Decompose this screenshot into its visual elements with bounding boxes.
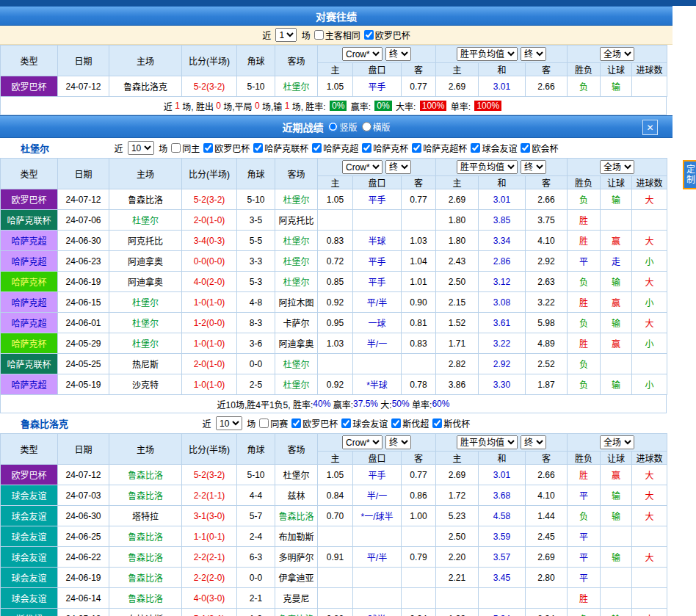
section1-results-table: 类型日期主场比分(半场)角球客场Crow*终胜平负均值终全场主盘口客主和客胜负让… [0, 433, 667, 616]
handicap-cell: 半/一 [353, 333, 402, 354]
avg-away-cell: 4.10 [526, 485, 568, 506]
section0-match-row-4: 哈萨克杯24-06-19阿迪拿奥4-0(2-0)5-3杜堡尔0.85平手1.01… [1, 272, 667, 292]
section0-title-row: 杜堡尔近 10 场同主欧罗巴杯哈萨克联杯哈萨克超哈萨克杯哈萨克超杯球会友谊欧会杯 [0, 138, 673, 158]
goals-result-cell [632, 76, 667, 97]
section1-odds-stage-select[interactable]: 终 [385, 435, 411, 449]
section1-col-header-3: 比分(半场) [182, 434, 237, 465]
handicap-result-cell: 输 [601, 374, 632, 395]
handicap-result-cell: 赢 [601, 333, 632, 354]
section0-league-label-3: 哈萨克杯 [373, 142, 408, 154]
section0-league-checkbox-2[interactable] [312, 143, 322, 153]
avg-home-cell: 2.20 [436, 547, 479, 568]
corner-cell: 5-10 [237, 76, 275, 97]
h2h-scope-select[interactable]: 全场 [600, 47, 634, 61]
home-odds-cell: 0.82 [318, 609, 353, 616]
section1-league-label-3: 斯伐杯 [443, 417, 470, 430]
avg-away-cell: 2.66 [526, 465, 568, 485]
avg-home-cell: 1.80 [436, 210, 479, 231]
section0-result-sub-header-0: 胜负 [568, 176, 601, 189]
h2h-same-venue-checkbox[interactable] [314, 30, 324, 40]
section0-odds-stage-select[interactable]: 终 [385, 160, 411, 174]
h2h-odds-sub-header-0: 主 [318, 63, 353, 76]
score-cell: 2-0(1-0) [182, 354, 237, 374]
score-cell: 4-0(2-0) [182, 272, 237, 292]
h2h-summary-row: 近 1 场, 胜出 0 场,平局 0 场,输 1 场, 胜率: 0% 赢率: 0… [0, 97, 667, 115]
section1-bookmaker-select[interactable]: Crow* [342, 435, 383, 449]
home-odds-cell: 0.83 [318, 231, 353, 251]
away-team-cell: 布加勒斯 [275, 526, 318, 547]
section0-bookmaker-select[interactable]: Crow* [342, 160, 383, 174]
h2h-match-count-select[interactable]: 1 [275, 28, 297, 42]
section1-league-checkbox-2[interactable] [391, 418, 401, 428]
section1-league-checkbox-0[interactable] [291, 418, 301, 428]
league-type-cell: 球会友谊 [1, 506, 58, 526]
match-date-cell: 24-05-25 [58, 354, 109, 374]
home-odds-cell: 0.91 [318, 547, 353, 568]
corner-cell: 6-3 [237, 547, 275, 568]
h2h-league-checkbox-0[interactable] [364, 30, 374, 40]
section1-match-count-select[interactable]: 10 [216, 416, 242, 430]
section0-match-count-select[interactable]: 10 [128, 141, 154, 155]
section1-result-sub-header-2: 进球数 [632, 452, 667, 465]
goals-result-cell: 大 [632, 506, 667, 526]
section0-league-checkbox-0[interactable] [203, 143, 213, 153]
section1-avg-stage-select[interactable]: 终 [521, 435, 546, 449]
section1-bookmaker-dropdown-cell: Crow*终 [318, 434, 436, 452]
summary-segment: 场,输 [260, 100, 285, 112]
section1-league-checkbox-3[interactable] [432, 418, 442, 428]
section0-league-checkbox-3[interactable] [362, 143, 371, 153]
avg-draw-cell: 3.59 [479, 526, 526, 547]
corner-cell: 3-5 [237, 210, 275, 231]
section1-scope-select[interactable]: 全场 [600, 435, 634, 449]
home-team-cell: 塔特拉 [109, 506, 182, 526]
close-icon[interactable]: ✕ [642, 120, 658, 135]
section0-avg-odds-select[interactable]: 胜平负均值 [457, 160, 518, 174]
section0-league-label-2: 哈萨克超 [323, 142, 358, 154]
avg-draw-cell: 3.85 [479, 210, 526, 231]
score-cell: 2-2(2-0) [182, 568, 237, 588]
score-cell: 2-2(2-1) [182, 547, 237, 568]
result-cell: 胜 [568, 588, 601, 609]
handicap-cell: 平手 [353, 189, 402, 210]
avg-away-cell: 3.22 [526, 292, 568, 313]
section1-team-title: 鲁森比洛克 [21, 416, 68, 430]
section0-league-checkbox-5[interactable] [471, 143, 480, 153]
section1-same-venue-checkbox[interactable] [259, 418, 269, 428]
section0-same-venue-checkbox[interactable] [171, 143, 181, 153]
section1-avg-odds-select[interactable]: 胜平负均值 [457, 435, 518, 449]
section0-scope-select[interactable]: 全场 [600, 160, 634, 174]
section0-match-row-8: 哈萨克联杯24-05-25热尼斯2-0(1-0)0-0杜堡尔2.822.922.… [1, 354, 667, 374]
section1-league-checkbox-1[interactable] [341, 418, 351, 428]
league-type-cell: 哈萨克超 [1, 251, 58, 272]
away-team-cell: 阿拉木图 [275, 292, 318, 313]
score-cell: 1-0(1-0) [182, 374, 237, 395]
h2h-odds-stage-select[interactable]: 终 [385, 47, 411, 61]
handicap-result-cell [601, 354, 632, 374]
score-cell: 1-1(0-1) [182, 526, 237, 547]
home-team-cell: 鲁森比洛 [109, 189, 182, 210]
goals-result-cell [632, 568, 667, 588]
h2h-bookmaker-select[interactable]: Crow* [342, 47, 383, 61]
section1-league-label-1: 球会友谊 [352, 417, 388, 430]
result-cell: 平 [568, 251, 601, 272]
layout-radio-0[interactable] [328, 122, 338, 131]
away-odds-cell [402, 588, 436, 609]
section0-avg-stage-select[interactable]: 终 [521, 160, 546, 174]
corner-cell: 5-5 [237, 231, 275, 251]
away-odds-cell: 0.77 [402, 465, 436, 485]
avg-home-cell: 2.15 [436, 292, 479, 313]
section0-league-checkbox-6[interactable] [521, 143, 530, 153]
h2h-title: 对赛往绩 [316, 9, 357, 23]
customize-side-tab[interactable]: 定制 [683, 160, 696, 189]
layout-radio-1[interactable] [362, 122, 371, 131]
handicap-result-cell: 走 [601, 251, 632, 272]
section0-league-checkbox-4[interactable] [412, 143, 421, 153]
section1-matches-label: 场 [244, 417, 255, 430]
section0-league-checkbox-1[interactable] [253, 143, 263, 153]
avg-home-cell: 3.86 [436, 374, 479, 395]
away-team-cell: 阿克托比 [275, 210, 318, 231]
h2h-avg-stage-select[interactable]: 终 [521, 47, 546, 61]
main-content: 对赛往绩 近 1 场主客相同欧罗巴杯 类型日期主场比分(半场)角球客场Crow*… [0, 6, 673, 616]
away-odds-cell [402, 568, 436, 588]
h2h-avg-odds-select[interactable]: 胜平负均值 [457, 47, 518, 61]
